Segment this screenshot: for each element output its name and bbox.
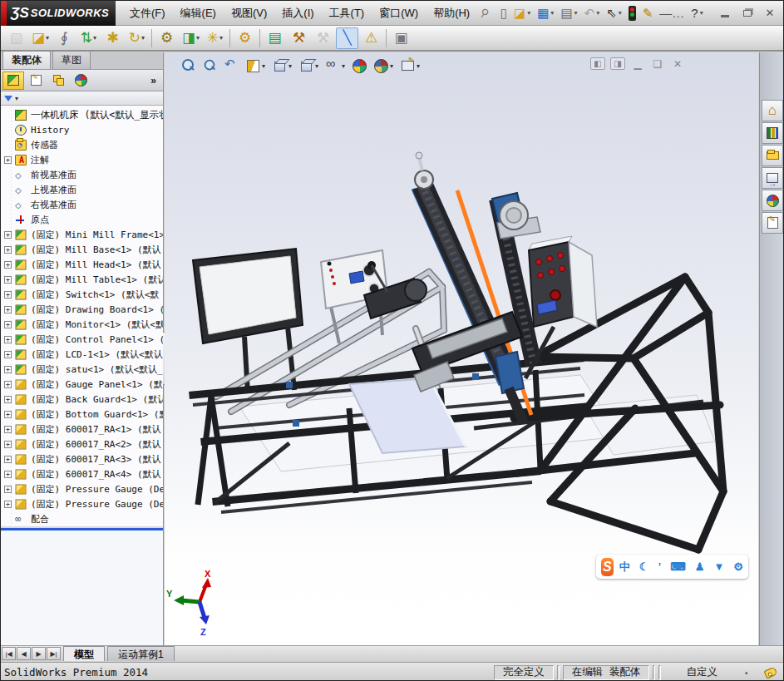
pushpin-icon[interactable]: ⚲ [478,6,491,21]
menu-item[interactable]: 视图(V) [224,2,274,24]
tag-icon[interactable] [764,666,778,679]
dropdown-caret[interactable]: ▾ [527,9,530,17]
unavailable-tool-button[interactable]: ⚒ ▾ [312,27,334,49]
child-minimize-button[interactable]: ▁ [630,57,645,70]
menu-item[interactable]: 文件(F) [122,2,173,24]
dropdown-caret[interactable]: ▾ [417,62,420,70]
tree-item[interactable]: + (固定) Switch<1> (默认<默 [1,287,163,302]
panel-overflow-chevron[interactable]: » [150,75,161,86]
section-view-icon[interactable]: ▾ [243,57,268,75]
tree-item[interactable]: + (固定) 600017_RA<4> (默认 [1,466,163,481]
ime-soft-keyboard-icon[interactable]: ⌨ [670,560,686,573]
ime-punctuation-icon[interactable]: ’ [658,560,661,573]
zoom-to-fit-icon[interactable]: ▾ [178,57,198,75]
file-explorer-icon[interactable] [762,145,783,166]
dropdown-caret[interactable]: ▾ [574,9,578,17]
tree-item[interactable]: + History [1,122,163,137]
exploded-view-button[interactable]: ▤ ▾ [264,27,286,49]
tree-item[interactable]: + 一体机机床 (默认<默认_显示状 [1,107,163,122]
large-assembly-mode-button[interactable]: ⚠ ▾ [360,27,382,49]
dropdown-caret[interactable]: ▾ [315,62,318,70]
tree-item[interactable]: + 前视基准面 [1,167,163,182]
mate-button[interactable]: ∮ ▾ [53,27,76,49]
expand-toggle[interactable]: + [4,366,12,373]
tree-item[interactable]: + 上视基准面 [1,182,163,197]
study-tab[interactable]: 模型 [63,646,105,661]
tree-item[interactable]: + (固定) Control Panel<1> ( [1,332,163,347]
last-tab-button[interactable]: ▶| [47,647,61,660]
expand-toggle[interactable]: + [4,501,12,508]
dropdown-caret[interactable]: ▾ [619,9,622,17]
expand-toggle[interactable]: + [4,396,12,403]
expand-toggle[interactable]: + [4,351,12,358]
propertymanager-tab[interactable] [25,72,47,90]
tree-item[interactable]: + (固定) satu<1> (默认<默认_ [1,362,163,377]
filter-icon[interactable] [4,96,12,101]
ime-toolbox-icon[interactable]: ⚙ [733,560,743,573]
print-button[interactable]: ▤ ▾ [558,3,579,23]
first-tab-button[interactable]: |◀ [2,647,16,660]
next-tab-button[interactable]: ▶ [32,647,46,660]
move-component-button[interactable]: ⇅ ▾ [77,27,100,49]
expand-toggle[interactable]: + [4,291,12,299]
dropdown-caret[interactable]: ▾ [93,34,96,42]
tree-item[interactable]: + 注解 [1,152,163,167]
ime-moon-fullhalf-icon[interactable]: ☾ [639,560,649,573]
expand-toggle[interactable]: + [4,486,12,493]
tree-item[interactable]: + (固定) Pressure Gauge (Def [1,496,163,511]
appearances-tab[interactable] [70,72,91,90]
view-orientation-icon[interactable]: ▾ [269,57,294,75]
menu-item[interactable]: 编辑(E) [173,2,224,24]
tree-item[interactable]: + (固定) 600017_RA<2> (默认 [1,437,163,452]
custom-properties-icon[interactable] [762,212,783,234]
ime-chinese-mode-icon[interactable]: 中 [619,560,630,575]
menu-item[interactable]: 插入(I) [274,2,321,24]
dropdown-caret[interactable]: ▾ [141,34,145,42]
filter-caret[interactable]: ▾ [15,95,18,102]
dropdown-caret[interactable]: ▾ [700,9,703,17]
design-library-icon[interactable] [762,122,783,144]
study-tab[interactable]: 运动算例1 [107,646,175,661]
status-custom-caret[interactable]: ▴ [744,669,748,676]
tree-item[interactable]: + 原点 [1,212,163,227]
tree-item[interactable]: + (固定) Mill Base<1> (默认 [1,242,163,257]
tree-item[interactable]: + (固定) Mill Head<1> (默认 [1,257,163,272]
tree-item[interactable]: + (固定) LCD-1<1> (默认<默认 [1,347,163,362]
apply-scene-icon[interactable]: ▾ [349,57,369,75]
dropdown-caret[interactable]: ▾ [219,34,223,42]
instant3d-button[interactable]: ╲ ▾ [336,27,358,49]
new-document-button[interactable]: ▯ ▾ [498,3,510,23]
view-palette-icon[interactable] [762,167,783,189]
open-part-button[interactable]: ◪ ▾ [29,27,52,49]
previous-view-icon[interactable]: ▾ [221,57,241,75]
command-tab[interactable]: 装配体 [2,51,51,69]
configurationmanager-tab[interactable] [47,72,69,90]
motion-study-button[interactable]: ⚙ ▾ [234,27,256,49]
dropdown-caret[interactable]: ▾ [196,34,200,42]
edit-appearance-icon[interactable]: ▾ [397,57,422,75]
child-close-button[interactable]: ✕ [670,57,685,70]
dropdown-caret[interactable]: ▾ [342,62,345,70]
tree-item[interactable]: + (固定) Mini Mill Frame<1> [1,227,163,242]
menu-item[interactable]: 窗口(W) [372,2,426,24]
dropdown-caret[interactable]: ▾ [596,9,599,17]
insert-component-button[interactable]: ▧ ▾ [5,27,27,49]
view-settings-icon[interactable]: ▾ [371,57,396,75]
expand-toggle[interactable]: + [4,246,12,254]
tree-item[interactable]: + (固定) Bottom Guard<1> (默 [1,407,163,422]
restore-button[interactable] [737,6,757,21]
smart-fasteners-button[interactable]: ✱ ▾ [101,27,124,49]
expand-toggle[interactable]: + [4,381,12,388]
minimize-button[interactable] [715,6,735,21]
dropdown-caret[interactable]: ▾ [390,62,393,70]
hide-show-items-icon[interactable]: ▾ [323,57,348,75]
file-properties-button[interactable]: ✎ ▾ [640,3,656,23]
ime-user-icon[interactable]: ♟ [695,560,705,573]
dropdown-caret[interactable]: ▾ [46,34,49,42]
tree-item[interactable]: + (固定) Monitor<1> (默认<默 [1,317,163,332]
open-button[interactable]: ◪ ▾ [511,3,533,23]
tree-item[interactable]: + 配合 [1,511,163,526]
tree-item[interactable]: + (固定) 600017_RA<3> (默认 [1,452,163,466]
tree-item[interactable]: + (固定) Back Guard<1> (默认 [1,392,163,407]
status-custom[interactable]: 自定义 [664,665,739,680]
